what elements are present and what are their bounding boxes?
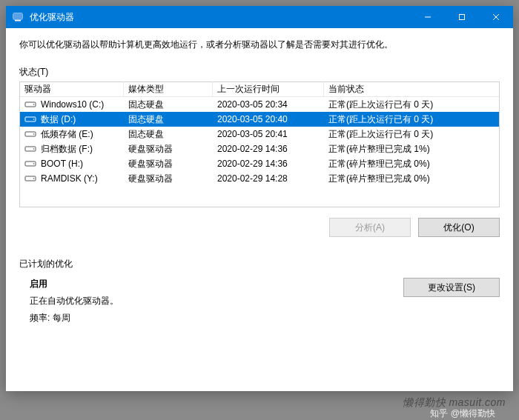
table-body: Windows10 (C:)固态硬盘2020-03-05 20:34正常(距上次… bbox=[20, 97, 499, 207]
drive-name: Windows10 (C:) bbox=[41, 99, 104, 110]
cell-state: 正常(碎片整理已完成 0%) bbox=[324, 171, 499, 187]
action-button-row: 分析(A) 优化(O) bbox=[19, 218, 500, 237]
description-text: 你可以优化驱动器以帮助计算机更高效地运行，或者分析驱动器以了解是否需要对其进行优… bbox=[19, 39, 500, 51]
table-header: 驱动器 媒体类型 上一次运行时间 当前状态 bbox=[20, 82, 499, 97]
optimize-drives-window: 优化驱动器 你可以优化驱动器以帮助计算机更高效地运行，或者分析驱动器以了解是否需… bbox=[6, 6, 513, 391]
svg-rect-1 bbox=[13, 13, 22, 19]
cell-last: 2020-02-29 14:36 bbox=[213, 142, 324, 156]
status-section-label: 状态(T) bbox=[19, 66, 500, 79]
cell-media: 固态硬盘 bbox=[124, 112, 213, 127]
svg-point-18 bbox=[33, 178, 35, 179]
cell-media: 固态硬盘 bbox=[124, 97, 213, 113]
cell-media: 硬盘驱动器 bbox=[124, 141, 213, 157]
table-row[interactable]: RAMDISK (Y:)硬盘驱动器2020-02-29 14:28正常(碎片整理… bbox=[20, 171, 499, 186]
cell-state: 正常(碎片整理已完成 0%) bbox=[324, 156, 499, 172]
cell-state: 正常(距上次运行已有 0 天) bbox=[324, 112, 499, 127]
schedule-state-line: 正在自动优化驱动器。 bbox=[30, 295, 403, 307]
watermark-text-2: 知乎 @懒得勤快 bbox=[430, 407, 495, 420]
svg-point-14 bbox=[33, 148, 35, 150]
table-row[interactable]: 归档数据 (F:)硬盘驱动器2020-02-29 14:36正常(碎片整理已完成… bbox=[20, 141, 499, 156]
optimize-button[interactable]: 优化(O) bbox=[418, 218, 500, 237]
drive-icon bbox=[24, 130, 36, 139]
title-bar[interactable]: 优化驱动器 bbox=[6, 6, 513, 28]
scheduled-optimization-section: 已计划的优化 启用 正在自动优化驱动器。 频率: 每周 更改设置(S) bbox=[19, 258, 500, 329]
svg-rect-4 bbox=[460, 15, 465, 20]
cell-state: 正常(碎片整理已完成 1%) bbox=[324, 141, 499, 157]
cell-drive: RAMDISK (Y:) bbox=[20, 172, 124, 185]
change-settings-button[interactable]: 更改设置(S) bbox=[403, 278, 500, 297]
table-empty-area[interactable] bbox=[20, 186, 499, 207]
svg-rect-2 bbox=[15, 20, 21, 21]
col-state[interactable]: 当前状态 bbox=[324, 81, 499, 97]
drive-name: BOOT (H:) bbox=[41, 159, 83, 169]
svg-point-12 bbox=[33, 133, 35, 135]
cell-drive: BOOT (H:) bbox=[20, 157, 124, 170]
col-last[interactable]: 上一次运行时间 bbox=[213, 81, 324, 97]
cell-drive: Windows10 (C:) bbox=[20, 98, 124, 111]
window-title: 优化驱动器 bbox=[30, 11, 411, 24]
cell-drive: 数据 (D:) bbox=[20, 112, 124, 127]
drives-table: 驱动器 媒体类型 上一次运行时间 当前状态 Windows10 (C:)固态硬盘… bbox=[19, 81, 500, 207]
table-row[interactable]: 低频存储 (E:)固态硬盘2020-03-05 20:41正常(距上次运行已有 … bbox=[20, 127, 499, 141]
table-row[interactable]: 数据 (D:)固态硬盘2020-03-05 20:40正常(距上次运行已有 0 … bbox=[20, 112, 499, 127]
close-button[interactable] bbox=[479, 6, 513, 28]
svg-point-8 bbox=[33, 104, 35, 105]
cell-drive: 低频存储 (E:) bbox=[20, 127, 124, 142]
drive-icon bbox=[24, 144, 36, 153]
cell-state: 正常(距上次运行已有 0 天) bbox=[324, 97, 499, 113]
drive-icon bbox=[24, 174, 36, 183]
cell-media: 硬盘驱动器 bbox=[124, 171, 213, 187]
drive-name: 低频存储 (E:) bbox=[41, 128, 93, 141]
schedule-freq-line: 频率: 每周 bbox=[30, 312, 403, 324]
drive-icon bbox=[24, 100, 36, 109]
cell-last: 2020-03-05 20:40 bbox=[213, 113, 324, 126]
svg-point-10 bbox=[33, 119, 35, 120]
cell-last: 2020-03-05 20:34 bbox=[213, 98, 324, 111]
analyze-button[interactable]: 分析(A) bbox=[329, 218, 411, 237]
table-row[interactable]: BOOT (H:)硬盘驱动器2020-02-29 14:36正常(碎片整理已完成… bbox=[20, 156, 499, 171]
client-area: 你可以优化驱动器以帮助计算机更高效地运行，或者分析驱动器以了解是否需要对其进行优… bbox=[6, 28, 513, 391]
schedule-info: 启用 正在自动优化驱动器。 频率: 每周 bbox=[19, 278, 403, 329]
col-media[interactable]: 媒体类型 bbox=[124, 81, 213, 97]
drive-icon bbox=[24, 159, 36, 168]
cell-last: 2020-02-29 14:36 bbox=[213, 157, 324, 170]
maximize-button[interactable] bbox=[445, 6, 479, 28]
drive-name: RAMDISK (Y:) bbox=[41, 173, 98, 184]
cell-last: 2020-02-29 14:28 bbox=[213, 172, 324, 185]
app-icon bbox=[12, 11, 24, 23]
drive-name: 归档数据 (F:) bbox=[41, 143, 93, 156]
schedule-enabled-label: 启用 bbox=[30, 278, 403, 290]
table-row[interactable]: Windows10 (C:)固态硬盘2020-03-05 20:34正常(距上次… bbox=[20, 97, 499, 112]
drive-icon bbox=[24, 115, 36, 124]
cell-media: 固态硬盘 bbox=[124, 127, 213, 142]
minimize-button[interactable] bbox=[411, 6, 445, 28]
svg-point-16 bbox=[33, 163, 35, 164]
schedule-heading: 已计划的优化 bbox=[19, 258, 500, 270]
cell-state: 正常(距上次运行已有 0 天) bbox=[324, 127, 499, 142]
drive-name: 数据 (D:) bbox=[41, 113, 76, 126]
col-drive[interactable]: 驱动器 bbox=[20, 81, 124, 97]
cell-last: 2020-03-05 20:41 bbox=[213, 127, 324, 141]
cell-media: 硬盘驱动器 bbox=[124, 156, 213, 172]
cell-drive: 归档数据 (F:) bbox=[20, 141, 124, 157]
